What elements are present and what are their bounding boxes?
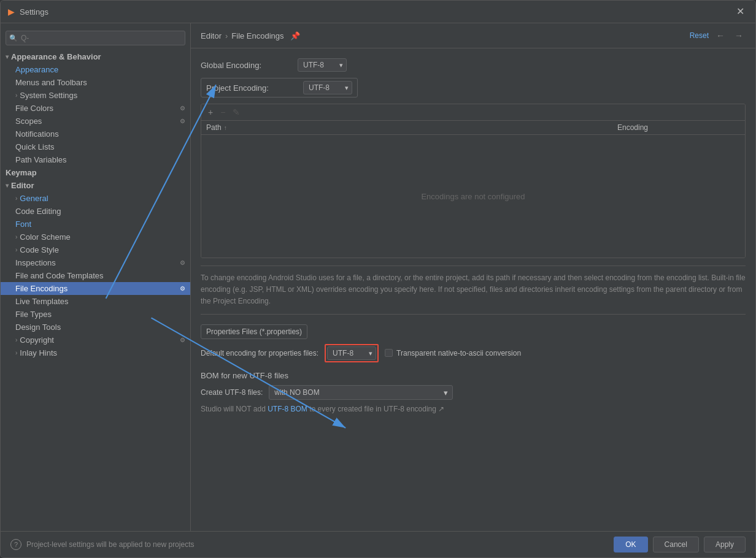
sidebar-item-menus-toolbars[interactable]: Menus and Toolbars [1, 76, 190, 89]
bom-section-title: BOM for new UTF-8 files [201, 371, 746, 380]
settings-gear-icon: ⚙ [180, 259, 185, 266]
bom-select-wrapper: with NO BOM [269, 385, 453, 400]
sidebar-label: File and Code Templates [15, 271, 104, 280]
sidebar-label: File Colors [15, 104, 53, 113]
encodings-table: + − ✎ Path ↑ Encoding Enco [201, 104, 746, 258]
sidebar-label: Live Templates [15, 297, 68, 306]
settings-gear-icon: ⚙ [180, 105, 185, 112]
settings-gear-icon: ⚙ [180, 337, 185, 343]
sidebar-label: Appearance & Behavior [11, 52, 101, 61]
search-input[interactable] [6, 31, 185, 45]
default-encoding-label: Default encoding for properties files: [201, 349, 318, 357]
properties-encoding-select[interactable]: UTF-8 [327, 346, 376, 360]
sidebar-label: Appearance [15, 65, 58, 74]
sidebar: 🔍 ▾ Appearance & Behavior Appearance Men… [1, 23, 191, 531]
window-title: Settings [20, 7, 48, 17]
create-utf8-label: Create UTF-8 files: [201, 388, 263, 397]
sidebar-item-copyright[interactable]: › Copyright ⚙ [1, 334, 190, 346]
checkbox-box [385, 349, 393, 357]
help-button[interactable]: ? [10, 539, 21, 550]
sidebar-item-live-templates[interactable]: Live Templates [1, 295, 190, 308]
bottom-bar: ? Project-level settings will be applied… [1, 531, 755, 557]
sidebar-item-notifications[interactable]: Notifications [1, 128, 190, 140]
transparent-conversion-checkbox[interactable]: Transparent native-to-ascii conversion [385, 349, 521, 357]
sidebar-item-general[interactable]: › General [1, 192, 190, 205]
sidebar-item-code-editing[interactable]: Code Editing [1, 205, 190, 218]
expand-icon: ▾ [6, 182, 9, 189]
nav-back-button[interactable]: ← [714, 29, 727, 42]
remove-encoding-button[interactable]: − [217, 107, 228, 118]
sidebar-item-code-style[interactable]: › Code Style [1, 243, 190, 256]
properties-encoding-row: Default encoding for properties files: U… [201, 344, 746, 362]
table-col-path: Path ↑ [206, 123, 617, 132]
table-header: Path ↑ Encoding [201, 121, 745, 135]
sidebar-label: Code Editing [15, 207, 61, 216]
sidebar-label: Copyright [20, 335, 54, 345]
sidebar-item-file-encodings[interactable]: File Encodings ⚙ [1, 282, 190, 295]
add-encoding-button[interactable]: + [205, 107, 216, 118]
expand-icon: › [15, 92, 17, 99]
breadcrumb-current: File Encodings [231, 31, 284, 40]
header-actions: Reset ← → [690, 29, 746, 42]
edit-encoding-button[interactable]: ✎ [230, 107, 243, 118]
settings-dialog: ▶ Settings ✕ 🔍 ▾ Appearance & Behavior A… [0, 0, 756, 558]
search-icon: 🔍 [9, 34, 18, 42]
nav-forward-button[interactable]: → [732, 29, 746, 42]
global-encoding-row: Global Encoding: UTF-8 [201, 58, 746, 72]
breadcrumb-parent: Editor [201, 31, 222, 40]
sidebar-item-quick-lists[interactable]: Quick Lists [1, 140, 190, 153]
ok-button[interactable]: OK [614, 537, 647, 552]
sidebar-item-path-variables[interactable]: Path Variables [1, 153, 190, 166]
properties-encoding-highlight: UTF-8 [325, 344, 379, 362]
sidebar-label: System Settings [20, 91, 77, 100]
reset-button[interactable]: Reset [690, 31, 709, 40]
sidebar-label: Inspections [15, 258, 56, 267]
bom-info-text: Studio will NOT add UTF-8 BOM to every c… [201, 405, 746, 413]
right-panel: Editor › File Encodings 📌 Reset ← → Glob… [191, 23, 755, 531]
sidebar-label: Editor [11, 181, 34, 190]
expand-icon: › [15, 350, 17, 356]
bom-select[interactable]: with NO BOM [269, 385, 453, 400]
search-box: 🔍 [6, 31, 185, 45]
cancel-button[interactable]: Cancel [653, 537, 699, 552]
sidebar-item-scopes[interactable]: Scopes ⚙ [1, 115, 190, 128]
bom-link[interactable]: UTF-8 BOM [268, 405, 307, 413]
sidebar-label: Scopes [15, 117, 42, 126]
panel-header: Editor › File Encodings 📌 Reset ← → [191, 23, 755, 48]
sidebar-label: Path Variables [15, 155, 67, 164]
expand-icon: › [15, 247, 17, 253]
project-encoding-box: Project Encoding: UTF-8 [201, 78, 358, 97]
bottom-left: ? Project-level settings will be applied… [10, 539, 194, 550]
global-encoding-label: Global Encoding: [201, 61, 293, 70]
bottom-info-text: Project-level settings will be applied t… [26, 540, 194, 549]
sidebar-item-appearance[interactable]: Appearance [1, 63, 190, 76]
expand-icon: › [15, 337, 17, 343]
project-encoding-row: Project Encoding: UTF-8 [201, 78, 746, 97]
expand-icon: ▾ [6, 53, 9, 60]
sidebar-label: Inlay Hints [20, 348, 57, 357]
sidebar-item-design-tools[interactable]: Design Tools [1, 321, 190, 334]
sidebar-item-file-code-templates[interactable]: File and Code Templates [1, 269, 190, 282]
settings-gear-icon: ⚙ [180, 285, 185, 292]
sidebar-item-file-colors[interactable]: File Colors ⚙ [1, 102, 190, 115]
expand-icon: › [15, 234, 17, 240]
apply-button[interactable]: Apply [704, 537, 746, 552]
sidebar-item-editor[interactable]: ▾ Editor [1, 179, 190, 192]
sidebar-label: Menus and Toolbars [15, 78, 87, 87]
project-encoding-select[interactable]: UTF-8 [303, 81, 352, 94]
sidebar-item-appearance-behavior[interactable]: ▾ Appearance & Behavior [1, 50, 190, 63]
sidebar-item-inspections[interactable]: Inspections ⚙ [1, 256, 190, 269]
close-button[interactable]: ✕ [733, 6, 748, 18]
table-col-encoding: Encoding [617, 123, 740, 132]
sidebar-item-color-scheme[interactable]: › Color Scheme [1, 231, 190, 243]
sidebar-item-file-types[interactable]: File Types [1, 308, 190, 321]
sidebar-label: Quick Lists [15, 142, 55, 151]
sidebar-item-keymap[interactable]: Keymap [1, 166, 190, 179]
sidebar-item-font[interactable]: Font [1, 218, 190, 231]
global-encoding-select[interactable]: UTF-8 [298, 58, 347, 72]
sidebar-item-inlay-hints[interactable]: › Inlay Hints [1, 346, 190, 359]
sidebar-item-system-settings[interactable]: › System Settings [1, 89, 190, 102]
bottom-right: OK Cancel Apply [614, 537, 746, 552]
project-encoding-select-wrapper: UTF-8 [303, 81, 352, 94]
properties-encoding-select-wrapper: UTF-8 [327, 346, 376, 360]
